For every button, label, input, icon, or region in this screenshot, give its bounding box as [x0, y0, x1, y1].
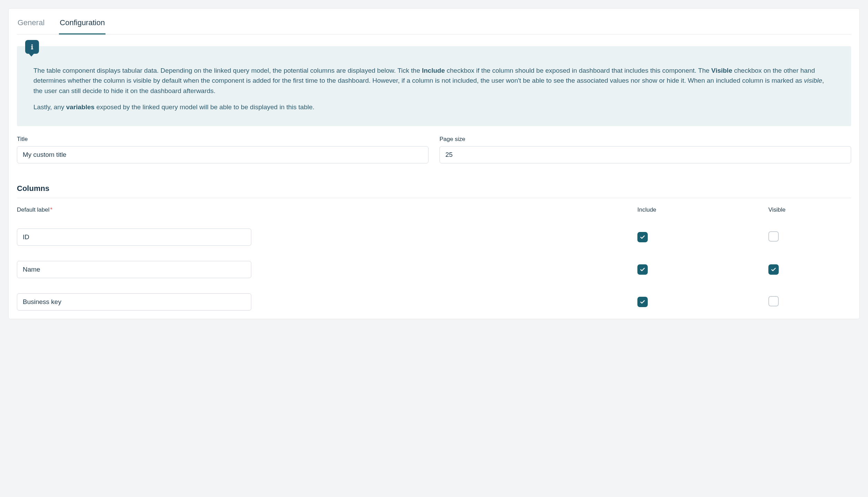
tab-general[interactable]: General — [17, 18, 45, 34]
tab-bar: General Configuration — [17, 9, 851, 34]
table-row — [17, 293, 630, 311]
include-checkbox[interactable] — [637, 297, 648, 307]
column-label-input[interactable] — [17, 229, 251, 246]
svg-point-0 — [31, 44, 33, 46]
info-paragraph-1: The table component displays tabular dat… — [33, 65, 835, 96]
title-input[interactable] — [17, 146, 428, 163]
columns-grid: Default label* Include Visible — [17, 206, 851, 311]
title-label: Title — [17, 136, 428, 143]
info-icon — [25, 40, 39, 54]
page-root: General Configuration The table componen… — [0, 0, 868, 327]
pagesize-input[interactable] — [440, 146, 851, 163]
include-checkbox[interactable] — [637, 264, 648, 275]
columns-header-label: Default label* — [17, 206, 630, 213]
include-checkbox[interactable] — [637, 232, 648, 242]
svg-rect-3 — [31, 49, 33, 49]
info-text: The table component displays tabular dat… — [17, 46, 851, 126]
columns-header-include: Include — [637, 206, 761, 213]
column-label-input[interactable] — [17, 261, 251, 278]
title-field-wrap: Title — [17, 136, 428, 163]
visible-checkbox[interactable] — [768, 231, 779, 242]
columns-divider — [17, 198, 851, 198]
visible-checkbox[interactable] — [768, 296, 779, 306]
table-row — [17, 229, 630, 246]
column-label-input[interactable] — [17, 293, 251, 311]
visible-checkbox[interactable] — [768, 264, 779, 275]
required-asterisk: * — [50, 206, 53, 213]
info-paragraph-2: Lastly, any variables exposed by the lin… — [33, 102, 835, 112]
form-row: Title Page size — [17, 136, 851, 163]
config-panel: General Configuration The table componen… — [8, 8, 860, 319]
columns-header-visible: Visible — [768, 206, 851, 213]
columns-section-title: Columns — [17, 184, 851, 193]
pagesize-field-wrap: Page size — [440, 136, 851, 163]
pagesize-label: Page size — [440, 136, 851, 143]
table-row — [17, 261, 630, 278]
info-callout: The table component displays tabular dat… — [17, 46, 851, 126]
tab-configuration[interactable]: Configuration — [59, 18, 105, 34]
